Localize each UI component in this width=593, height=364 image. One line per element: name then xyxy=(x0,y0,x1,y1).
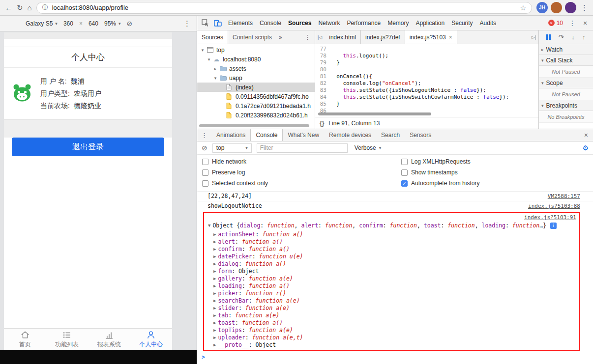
profile-avatar[interactable] xyxy=(565,2,576,13)
checkbox-box[interactable]: ✓ xyxy=(401,180,408,187)
line-number[interactable]: 79 xyxy=(315,59,330,66)
inspect-icon[interactable] xyxy=(199,19,211,27)
tree-caret-icon[interactable]: ▾ xyxy=(207,57,211,62)
expand-triangle-icon[interactable]: ▶ xyxy=(213,313,216,318)
expand-triangle-icon[interactable]: ▶ xyxy=(213,328,216,333)
object-property-alert[interactable]: ▶alert: function a() xyxy=(208,238,576,245)
tree-caret-icon[interactable]: ▾ xyxy=(200,48,205,53)
error-badge[interactable]: × 10 xyxy=(548,20,563,27)
object-property-datepicker[interactable]: ▶datePicker: function u(e) xyxy=(208,252,576,260)
pause-icon[interactable] xyxy=(546,34,551,40)
drawer-close-icon[interactable]: × xyxy=(579,131,593,139)
execution-context-select[interactable]: top ▾ xyxy=(212,143,252,153)
tab-scroll-left-icon[interactable]: |◁ xyxy=(315,30,325,44)
expand-triangle-icon[interactable]: ▶ xyxy=(213,276,216,281)
drawer-tab-sensors[interactable]: Sensors xyxy=(405,129,436,141)
object-property-picker[interactable]: ▶picker: function r() xyxy=(208,289,576,297)
expand-triangle-icon[interactable]: ▶ xyxy=(213,320,216,325)
devtools-tab-network[interactable]: Network xyxy=(315,16,343,30)
bookmark-star-icon[interactable]: ☆ xyxy=(520,4,526,12)
step-out-icon[interactable]: ↑ xyxy=(582,33,586,41)
checkbox-autocomplete-from-history[interactable]: ✓Autocomplete from history xyxy=(401,180,479,187)
devtools-tab-security[interactable]: Security xyxy=(448,16,476,30)
expand-triangle-icon[interactable]: ▶ xyxy=(213,283,216,288)
nav-item-home[interactable]: 首页 xyxy=(4,329,46,350)
checkbox-box[interactable] xyxy=(401,169,408,176)
drawer-tab-search[interactable]: Search xyxy=(376,129,405,141)
drawer-menu-icon[interactable]: ⋮ xyxy=(197,132,211,139)
tree-item-top[interactable]: ▾top xyxy=(197,45,315,55)
source-link[interactable]: index.js?5103:88 xyxy=(528,203,580,209)
navigator-tab-content-scripts[interactable]: Content scripts xyxy=(228,30,276,44)
file-tab-index-html[interactable]: index.html xyxy=(325,30,361,44)
object-property-confirm[interactable]: ▶confirm: function a() xyxy=(208,245,576,252)
navigator-tab-sources[interactable]: Sources xyxy=(197,30,228,44)
checkbox-box[interactable] xyxy=(202,180,208,187)
expand-triangle-icon[interactable]: ▼ xyxy=(208,222,210,229)
refresh-icon[interactable]: ↻ xyxy=(17,4,23,11)
console-settings-icon[interactable]: ⚙ xyxy=(582,144,589,152)
line-number[interactable]: 80 xyxy=(315,66,330,73)
clear-console-icon[interactable]: ⊘ xyxy=(202,144,208,152)
tree-item-localhost-8080[interactable]: ▾☁localhost:8080 xyxy=(197,55,315,64)
line-number[interactable]: 84 xyxy=(315,94,330,101)
sidebar-section-watch[interactable]: ▸Watch xyxy=(539,44,593,55)
checkbox-preserve-log[interactable]: Preserve log xyxy=(202,169,401,176)
drawer-tab-console[interactable]: Console xyxy=(250,129,283,141)
tab-scroll-right-icon[interactable]: ▷| xyxy=(529,30,538,44)
device-width-field[interactable]: 360 xyxy=(63,20,73,27)
devtools-tab-console[interactable]: Console xyxy=(256,16,285,30)
navigator-menu-icon[interactable]: ⋮ xyxy=(300,33,315,41)
device-select[interactable]: Galaxy S5 ▾ xyxy=(26,20,58,27)
devtools-tab-performance[interactable]: Performance xyxy=(343,16,384,30)
object-property-uploader[interactable]: ▶uploader: function a(e,t) xyxy=(208,334,576,341)
checkbox-box[interactable] xyxy=(202,159,208,165)
file-tab-index-js-7def[interactable]: index.js?7def xyxy=(361,30,405,44)
object-preview[interactable]: ▼Object {dialog: function, alert: functi… xyxy=(208,221,576,230)
nav-item-person[interactable]: 个人中心 xyxy=(130,329,173,350)
object-property-dialog[interactable]: ▶dialog: function a() xyxy=(208,260,576,267)
object-property-gallery[interactable]: ▶gallery: function a(e) xyxy=(208,275,576,282)
line-number[interactable]: 77 xyxy=(315,46,330,53)
sidebar-section-breakpoints[interactable]: ▾Breakpoints xyxy=(539,100,593,111)
tree-item-assets[interactable]: ▸assets xyxy=(197,64,315,73)
checkbox-log-xmlhttprequests[interactable]: Log XMLHttpRequests xyxy=(401,158,479,165)
devtools-tab-memory[interactable]: Memory xyxy=(384,16,412,30)
log-level-select[interactable]: Verbose ▾ xyxy=(355,144,382,151)
devtools-tab-application[interactable]: Application xyxy=(412,16,448,30)
expand-triangle-icon[interactable]: ▶ xyxy=(213,232,216,237)
url-text[interactable]: localhost:8080/uapp/profile xyxy=(52,4,516,11)
expand-triangle-icon[interactable]: ▶ xyxy=(213,239,216,244)
console-prompt[interactable]: > xyxy=(197,351,593,361)
logout-button[interactable]: 退出登录 xyxy=(12,138,164,156)
expand-triangle-icon[interactable]: ▶ xyxy=(213,291,216,296)
expand-triangle-icon[interactable]: ▶ xyxy=(213,254,216,259)
step-over-icon[interactable]: ↷ xyxy=(559,33,564,41)
profile-avatar[interactable]: JH xyxy=(536,2,548,13)
rotate-icon[interactable]: ⊘ xyxy=(127,20,133,28)
line-number[interactable]: 81 xyxy=(315,73,330,80)
object-property-proto[interactable]: ▶__proto__: Object xyxy=(208,341,576,348)
tab-close-icon[interactable]: × xyxy=(449,34,452,41)
tree-item-0-09114356dbfd467af9fc-ho[interactable]: 0.09114356dbfd467af9fc.ho xyxy=(197,92,315,101)
url-bar[interactable]: ⓘ localhost:8080/uapp/profile ☆ xyxy=(36,2,532,14)
checkbox-hide-network[interactable]: Hide network xyxy=(202,158,401,165)
drawer-tab-remote-devices[interactable]: Remote devices xyxy=(324,129,376,141)
device-height-field[interactable]: 640 xyxy=(89,20,98,27)
profile-avatar[interactable] xyxy=(551,2,562,13)
nav-item-list[interactable]: 功能列表 xyxy=(46,329,89,350)
info-icon[interactable]: i xyxy=(550,223,557,229)
expand-triangle-icon[interactable]: ▶ xyxy=(213,269,216,274)
object-property-form[interactable]: ▶form: Object xyxy=(208,267,576,275)
line-number[interactable]: 83 xyxy=(315,87,330,94)
filter-input[interactable] xyxy=(257,143,348,153)
pretty-print-icon[interactable]: {} xyxy=(320,120,324,127)
object-property-toptips[interactable]: ▶topTips: function a(e) xyxy=(208,326,576,334)
tree-item-0-20ff233996832d024b61-h[interactable]: 0.20ff233996832d024b61.h xyxy=(197,111,315,120)
devtools-menu-icon[interactable]: ⋮ xyxy=(566,19,578,27)
devtools-tab-sources[interactable]: Sources xyxy=(285,16,315,30)
checkbox-box[interactable] xyxy=(202,169,208,176)
checkbox-box[interactable] xyxy=(401,159,408,165)
sidebar-section-call-stack[interactable]: ▾Call Stack xyxy=(539,55,593,66)
object-property-tab[interactable]: ▶tab: function a(e) xyxy=(208,311,576,319)
